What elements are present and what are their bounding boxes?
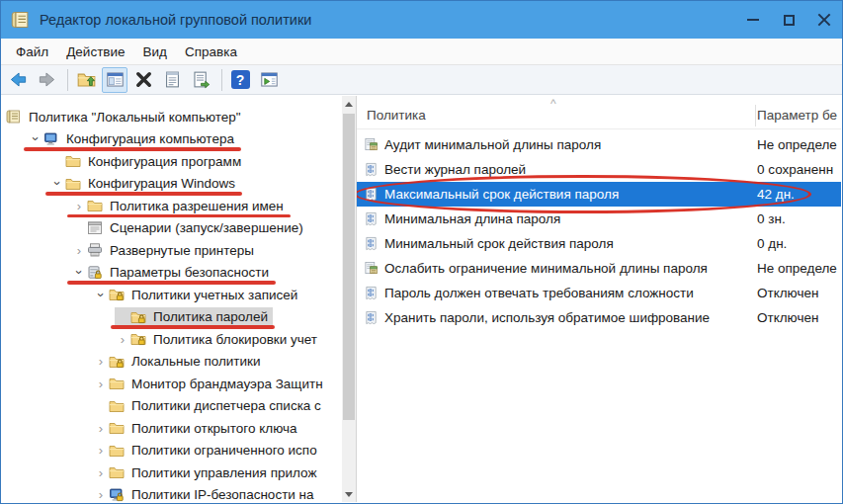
policy-row-7[interactable]: Пароль должен отвечать требованиям сложн… <box>357 281 841 305</box>
export-list-button[interactable] <box>188 67 213 93</box>
folder-icon <box>109 398 126 414</box>
tree-item-11[interactable]: ›Политика блокировки учет <box>2 328 356 351</box>
tree-item-3[interactable]: Конфигурация программ <box>2 150 356 173</box>
policy-value: 0 сохраненн <box>757 162 841 177</box>
policy-row-4[interactable]: Минимальная длина пароля0 зн. <box>357 207 841 231</box>
tree-item-8[interactable]: ›Параметры безопасности <box>2 262 356 285</box>
tree-item-label: Политики IP-безопасности на <box>131 487 314 502</box>
policy-name: Хранить пароли, используя обратимое шифр… <box>384 310 757 325</box>
binary-doc-icon <box>364 310 379 325</box>
chevron-collapsed-icon[interactable]: › <box>93 378 109 390</box>
tree-item-label: Сценарии (запуск/завершение) <box>110 220 303 235</box>
back-button[interactable] <box>5 67 31 93</box>
folder-icon <box>109 376 126 391</box>
new-window-button[interactable] <box>256 67 282 93</box>
chevron-expanded-icon[interactable]: › <box>30 131 42 147</box>
folder-icon <box>87 198 105 213</box>
policy-value: Отключен <box>757 286 841 300</box>
tree-item-7[interactable]: ›Развернутые принтеры <box>2 239 356 262</box>
computer-icon <box>43 131 61 147</box>
toolbar-separator <box>221 69 222 91</box>
chevron-collapsed-icon[interactable]: › <box>93 422 109 435</box>
tree-item-4[interactable]: ›Конфигурация Windows <box>2 173 356 196</box>
tree-item-14[interactable]: Политики диспетчера списка с <box>2 395 356 418</box>
audit-doc-icon <box>364 261 379 276</box>
scroll-icon <box>6 109 24 125</box>
close-button[interactable] <box>806 1 842 39</box>
server-lock-icon <box>87 265 105 281</box>
folder-icon <box>109 420 126 436</box>
scrollbar-thumb[interactable] <box>343 114 355 420</box>
close-icon <box>817 13 831 27</box>
menu-item-4[interactable]: Справка <box>176 42 246 62</box>
tree-item-15[interactable]: ›Политики открытого ключа <box>2 417 356 440</box>
policy-row-8[interactable]: Хранить пароли, используя обратимое шифр… <box>357 305 841 330</box>
minimize-button[interactable] <box>735 1 771 39</box>
scrollbar-up-arrow[interactable] <box>342 96 356 112</box>
maximize-button[interactable] <box>771 1 806 39</box>
forward-arrow-icon <box>38 70 56 89</box>
tree-item-13[interactable]: ›Монитор брандмауэра Защитн <box>2 373 356 395</box>
show-console-window-button[interactable] <box>102 67 127 93</box>
chevron-collapsed-icon[interactable]: › <box>93 488 109 501</box>
tree-item-6[interactable]: Сценарии (запуск/завершение) <box>2 217 356 240</box>
script-icon <box>87 220 105 236</box>
policy-value: Не определе <box>757 137 841 152</box>
printer-icon <box>87 242 105 258</box>
chevron-collapsed-icon[interactable]: › <box>71 200 87 212</box>
policy-name: Максимальный срок действия пароля <box>384 187 757 202</box>
audit-doc-icon <box>364 137 379 152</box>
chevron-expanded-icon[interactable]: › <box>51 176 64 192</box>
column-header-security-setting[interactable]: Параметр бе <box>757 108 841 123</box>
tree-item-1[interactable]: Политика "Локальный компьютер" <box>2 106 356 128</box>
chevron-collapsed-icon[interactable]: › <box>93 355 109 368</box>
binary-doc-icon <box>364 187 379 202</box>
tree-item-9[interactable]: ›Политики учетных записей <box>2 284 356 306</box>
policy-row-3[interactable]: Максимальный срок действия пароля42 дн. <box>357 182 841 207</box>
tree-item-label: Политика паролей <box>153 309 268 324</box>
folder-lock-icon <box>109 354 126 370</box>
policy-row-1[interactable]: Аудит минимальной длины пароляНе определ… <box>357 132 841 157</box>
forward-button[interactable] <box>34 67 59 93</box>
tree-item-label: Политики диспетчера списка с <box>131 398 321 413</box>
console-window-icon <box>106 70 125 89</box>
folder-up-button[interactable] <box>73 67 99 93</box>
delete-button[interactable] <box>130 67 156 93</box>
tree-item-label: Политики учетных записей <box>131 288 297 302</box>
chevron-collapsed-icon[interactable]: › <box>71 244 87 257</box>
chevron-expanded-icon[interactable]: › <box>95 287 108 302</box>
chevron-collapsed-icon[interactable]: › <box>93 466 109 479</box>
policy-list: Аудит минимальной длины пароляНе определ… <box>357 132 841 330</box>
column-divider[interactable] <box>755 105 756 126</box>
tree-item-17[interactable]: ›Политики управления прилож <box>2 462 356 484</box>
tree-item-16[interactable]: ›Политики ограниченного испо <box>2 440 356 462</box>
folder-lock-icon <box>130 331 148 347</box>
menu-item-1[interactable]: Файл <box>7 42 57 62</box>
menu-bar: ФайлДействиеВидСправка <box>1 39 842 65</box>
policy-row-2[interactable]: Вести журнал паролей0 сохраненн <box>357 157 841 182</box>
chevron-expanded-icon[interactable]: › <box>73 265 86 281</box>
help-button[interactable]: ? <box>227 67 253 93</box>
folder-lock-icon <box>109 287 126 302</box>
tree-item-5[interactable]: ›Политика разрешения имен <box>2 195 356 217</box>
chevron-collapsed-icon[interactable]: › <box>93 444 109 457</box>
scrollbar-down-arrow[interactable] <box>342 486 356 502</box>
properties-button[interactable] <box>159 67 185 93</box>
tree-item-10[interactable]: Политика паролей <box>2 306 356 329</box>
policy-name: Минимальный срок действия пароля <box>384 236 757 251</box>
column-header-policy[interactable]: Политика <box>367 108 426 123</box>
app-icon <box>11 10 31 30</box>
menu-item-2[interactable]: Действие <box>57 42 133 62</box>
policy-row-5[interactable]: Минимальный срок действия пароля0 дн. <box>357 231 841 256</box>
tree-item-2[interactable]: ›Конфигурация компьютера <box>2 128 356 151</box>
export-list-icon <box>192 70 211 89</box>
folder-icon <box>109 443 126 459</box>
properties-icon <box>163 70 182 89</box>
tree-item-18[interactable]: ›Политики IP-безопасности на <box>2 484 356 503</box>
tree-item-label: Параметры безопасности <box>110 265 269 280</box>
chevron-collapsed-icon[interactable]: › <box>115 333 130 346</box>
tree-scrollbar[interactable] <box>342 96 356 502</box>
policy-row-6[interactable]: Ослабить ограничение минимальной длины п… <box>357 256 841 281</box>
menu-item-3[interactable]: Вид <box>134 42 176 62</box>
tree-item-12[interactable]: ›Локальные политики <box>2 351 356 374</box>
